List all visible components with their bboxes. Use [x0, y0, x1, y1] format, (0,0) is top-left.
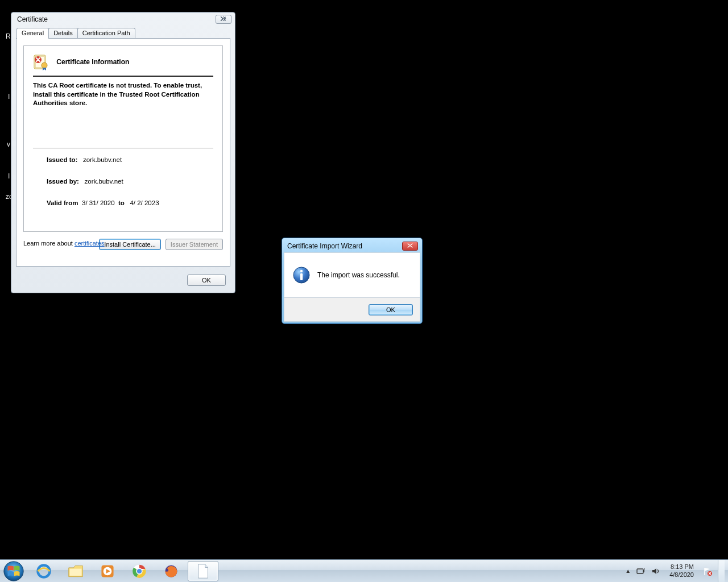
document-icon — [196, 563, 210, 579]
certificate-panel: Certificate Information This CA Root cer… — [16, 38, 230, 267]
issued-by-value: zork.bubv.net — [84, 178, 123, 185]
svg-rect-16 — [637, 569, 643, 573]
svg-point-7 — [4, 561, 23, 580]
panel-buttons: Install Certificate... Issuer Statement — [99, 239, 223, 250]
chrome-icon — [132, 564, 147, 579]
issued-to-row: Issued to: zork.bubv.net — [33, 156, 213, 163]
show-desktop-button[interactable] — [718, 560, 725, 583]
taskbar-app-mediaplayer[interactable] — [92, 561, 123, 581]
valid-row: Valid from 3/ 31/ 2020 to 4/ 2/ 2023 — [33, 199, 213, 206]
firefox-icon — [164, 564, 179, 579]
wizard-message: The import was successful. — [317, 271, 400, 279]
wizard-footer: OK — [284, 298, 420, 322]
clock-date: 4/8/2020 — [669, 571, 694, 579]
taskbar: ▲ 8:13 PM 4/8/2020 — [0, 559, 728, 582]
close-icon — [407, 242, 413, 250]
media-player-icon — [100, 564, 115, 579]
wizard-titlebar[interactable]: Certificate Import Wizard — [284, 240, 420, 252]
install-certificate-button[interactable]: Install Certificate... — [99, 239, 160, 250]
info-icon — [292, 266, 311, 284]
certificate-info-box: Certificate Information This CA Root cer… — [23, 45, 223, 232]
bg-fragment: I — [8, 93, 10, 101]
import-wizard-dialog: Certificate Import Wizard T — [282, 238, 423, 324]
close-icon — [220, 15, 228, 23]
certificate-title: Certificate — [15, 15, 216, 23]
windows-logo-icon — [3, 560, 24, 582]
bg-fragment: R — [6, 32, 11, 40]
valid-from-label: Valid from — [47, 199, 78, 206]
divider — [33, 148, 213, 148]
divider — [33, 76, 213, 77]
valid-to-label: to — [118, 199, 125, 206]
svg-rect-6 — [300, 273, 303, 280]
svg-point-5 — [300, 270, 303, 272]
taskbar-app-chrome[interactable] — [124, 561, 155, 581]
learn-more-link[interactable]: certificates — [75, 240, 105, 247]
folder-icon — [68, 564, 84, 578]
issued-by-label: Issued by: — [47, 178, 79, 185]
valid-to-value: 4/ 2/ 2023 — [130, 199, 159, 206]
certificate-info-heading: Certificate Information — [56, 58, 129, 66]
action-center-icon[interactable] — [703, 567, 712, 576]
wizard-title: Certificate Import Wizard — [286, 242, 402, 250]
certificate-error-icon — [33, 53, 51, 71]
certificate-titlebar[interactable]: Certificate — [11, 13, 235, 26]
ok-button[interactable]: OK — [187, 275, 226, 286]
trust-warning-text: This CA Root certificate is not trusted.… — [33, 81, 213, 108]
clock[interactable]: 8:13 PM 4/8/2020 — [666, 563, 697, 578]
bg-fragment: I — [8, 172, 10, 180]
tab-details[interactable]: Details — [48, 28, 78, 39]
close-button[interactable] — [402, 242, 418, 251]
power-icon[interactable] — [636, 567, 646, 576]
clock-time: 8:13 PM — [669, 563, 694, 571]
volume-icon[interactable] — [651, 567, 660, 576]
ok-button[interactable]: OK — [369, 304, 413, 315]
tab-row: General Details Certification Path — [16, 28, 135, 39]
learn-more-prefix: Learn more about — [23, 240, 75, 247]
tab-general[interactable]: General — [16, 28, 49, 39]
learn-more-text: Learn more about certificates — [23, 240, 104, 247]
issued-to-value: zork.bubv.net — [83, 156, 122, 163]
pinned-apps — [27, 560, 218, 582]
svg-rect-17 — [643, 570, 644, 572]
issued-to-label: Issued to: — [47, 156, 77, 163]
certificate-ok-row: OK — [187, 275, 226, 286]
valid-from-value: 3/ 31/ 2020 — [82, 199, 115, 206]
issued-by-row: Issued by: zork.bubv.net — [33, 178, 213, 185]
tab-certification-path[interactable]: Certification Path — [77, 28, 135, 39]
wizard-body: The import was successful. — [284, 252, 420, 298]
taskbar-app-explorer[interactable] — [60, 561, 91, 581]
svg-point-8 — [38, 565, 50, 577]
tray-overflow-button[interactable]: ▲ — [625, 568, 631, 574]
taskbar-app-active[interactable] — [188, 561, 218, 581]
ie-icon — [36, 563, 52, 579]
system-tray: ▲ 8:13 PM 4/8/2020 — [625, 560, 728, 582]
issuer-statement-button: Issuer Statement — [166, 239, 223, 250]
svg-rect-9 — [70, 568, 82, 575]
certificate-window: Certificate General Details Certificatio… — [11, 12, 235, 293]
svg-point-3 — [42, 63, 47, 68]
taskbar-app-ie[interactable] — [28, 561, 59, 581]
start-button[interactable] — [0, 560, 27, 583]
taskbar-app-firefox[interactable] — [156, 561, 187, 581]
bg-fragment: v — [7, 140, 10, 148]
close-button[interactable] — [216, 15, 231, 24]
